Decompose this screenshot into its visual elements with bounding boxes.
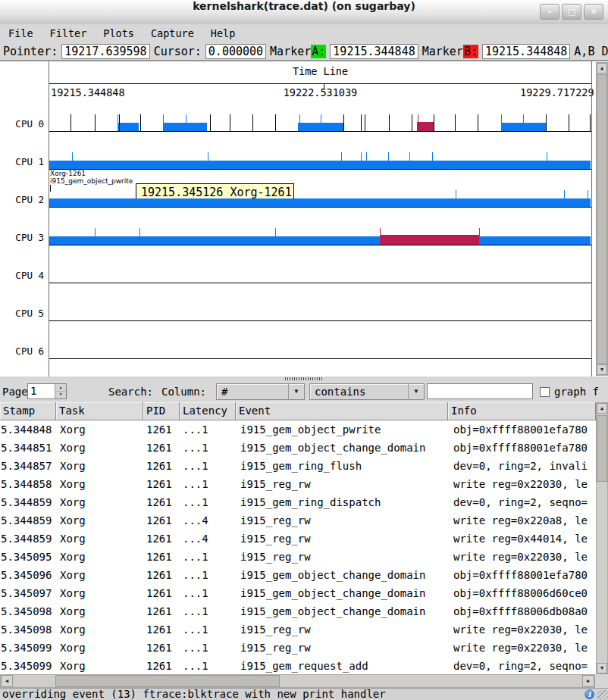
table-scroll-up-icon[interactable]: ▲	[597, 403, 607, 414]
table-scroll-down-icon[interactable]: ▼	[597, 663, 607, 673]
search-input[interactable]	[427, 383, 533, 399]
axis-label-right: 19229.717229	[520, 86, 594, 98]
column-header-stamp[interactable]: Stamp	[0, 402, 56, 420]
cell-event: i915_reg_rw	[240, 530, 450, 548]
graph-scroll-up-icon[interactable]: ▲	[597, 63, 607, 73]
page-value: 1	[30, 384, 36, 398]
column-header-pid[interactable]: PID	[143, 402, 180, 420]
cell-info: obj=0xffff88001efa780	[453, 420, 596, 439]
table-row[interactable]: 5.344857Xorg1261...1i915_gem_ring_flushd…	[0, 457, 596, 475]
plot-layer[interactable]: Time Line 19215.344848 19222.531039 1922…	[0, 61, 608, 377]
cpu-task-bar[interactable]	[49, 161, 591, 169]
operator-select[interactable]: contains ▼	[309, 383, 425, 400]
column-header-info[interactable]: Info	[448, 402, 596, 420]
table-horizontal-scrollbar[interactable]: ◀ ▶	[0, 674, 595, 688]
minimize-button[interactable]: –	[540, 4, 559, 20]
chevron-down-icon[interactable]: ▼	[408, 384, 424, 399]
event-tick	[455, 114, 456, 131]
spin-down-icon[interactable]: ▼	[55, 391, 66, 398]
page-spinbox[interactable]: 1 ▲ ▼	[27, 383, 67, 399]
event-tick	[479, 228, 480, 245]
table-row[interactable]: 5.345098Xorg1261...1i915_gem_object_chan…	[0, 602, 596, 620]
cpu-task-bar[interactable]	[49, 236, 591, 245]
cell-stamp: 5.345097	[1, 584, 57, 602]
graph-scroll-down-icon[interactable]: ▼	[597, 364, 607, 375]
marker-b-value: 19215.344848	[482, 44, 570, 59]
cell-event: i915_gem_object_change_domain	[240, 439, 450, 457]
cpu-task-bar[interactable]	[163, 123, 207, 131]
event-tick	[478, 114, 478, 131]
table-row[interactable]: 5.344851Xorg1261...1i915_gem_object_chan…	[0, 439, 596, 457]
marker-a-label: Marker	[270, 45, 311, 58]
cpu-task-bar[interactable]	[118, 123, 139, 131]
event-tick	[588, 190, 588, 207]
cell-stamp: 5.345096	[1, 566, 57, 584]
cell-task: Xorg	[60, 475, 143, 493]
timeline-graph[interactable]: Time Line 19215.344848 19222.531039 1922…	[0, 61, 608, 377]
cpu-task-bar[interactable]	[49, 198, 591, 207]
cpu-task-bar[interactable]	[417, 122, 434, 131]
title-bar[interactable]: kernelshark(trace.dat) (on sugarbay) – □…	[0, 0, 608, 25]
cell-task: Xorg	[60, 639, 143, 657]
event-tick	[365, 114, 365, 131]
menu-bar: FileFilterPlotsCaptureHelp	[0, 24, 608, 43]
ab-delta-label: A,B Delta	[574, 45, 608, 58]
table-header: StampTaskPIDLatencyEventInfo	[0, 402, 596, 420]
menu-help[interactable]: Help	[202, 24, 244, 42]
cell-event: i915_reg_rw	[240, 475, 450, 493]
table-row[interactable]: 5.344859Xorg1261...1i915_gem_ring_dispat…	[0, 493, 596, 511]
cell-stamp: 5.345099	[1, 657, 57, 674]
table-row[interactable]: 5.345096Xorg1261...1i915_gem_object_chan…	[0, 566, 596, 584]
scroll-right-icon[interactable]: ▶	[582, 675, 594, 687]
menu-filter[interactable]: Filter	[42, 24, 96, 42]
status-message: overriding event (13) ftrace:blktrace wi…	[2, 689, 386, 700]
event-tick	[71, 114, 71, 131]
window-title: kernelshark(trace.dat) (on sugarbay)	[0, 0, 608, 12]
scroll-left-icon[interactable]: ◀	[1, 675, 13, 687]
table-row[interactable]: 5.345097Xorg1261...1i915_gem_object_chan…	[0, 584, 596, 602]
table-row[interactable]: 5.344859Xorg1261...4i915_reg_rwwrite reg…	[0, 511, 596, 530]
pointer-label: Pointer:	[3, 45, 58, 58]
event-tick	[275, 114, 276, 131]
event-tick	[299, 114, 300, 131]
cell-task: Xorg	[60, 457, 143, 475]
event-tick	[546, 114, 547, 131]
table-row[interactable]: 5.344859Xorg1261...4i915_reg_rwwrite reg…	[0, 530, 596, 548]
table-row[interactable]: 5.345099Xorg1261...1i915_reg_rwwrite reg…	[0, 639, 596, 657]
event-tick	[275, 228, 276, 245]
menu-file[interactable]: File	[0, 24, 42, 42]
cell-stamp: 5.344851	[1, 439, 57, 457]
cell-info: obj=0xffff88001efa780	[453, 566, 596, 584]
column-header-task[interactable]: Task	[56, 402, 143, 420]
graph-vertical-scrollbar[interactable]: ▲ ▼	[596, 62, 608, 376]
maximize-button[interactable]: □	[562, 4, 581, 20]
table-row[interactable]: 5.345099Xorg1261...1i915_gem_request_add…	[0, 657, 596, 674]
table-row[interactable]: 5.344858Xorg1261...1i915_reg_rwwrite reg…	[0, 475, 596, 493]
cell-pid: 1261	[146, 620, 180, 639]
graph-follows-checkbox[interactable]	[540, 387, 550, 397]
menu-plots[interactable]: Plots	[95, 24, 143, 42]
page-spin-buttons: ▲ ▼	[55, 384, 66, 398]
resize-grip-icon[interactable]	[597, 690, 608, 700]
cell-stamp: 5.345098	[1, 620, 57, 639]
chevron-down-icon[interactable]: ▼	[288, 384, 304, 399]
table-row[interactable]: 5.345098Xorg1261...1i915_reg_rwwrite reg…	[0, 620, 596, 639]
info-icon[interactable]: i	[584, 689, 594, 699]
menu-capture[interactable]: Capture	[143, 24, 202, 42]
close-button[interactable]: ✕	[584, 4, 603, 20]
event-tick	[388, 152, 389, 169]
table-row[interactable]: 5.344848Xorg1261...1i915_gem_object_pwri…	[0, 420, 596, 439]
table-row[interactable]: 5.345095Xorg1261...1i915_reg_rwwrite reg…	[0, 548, 596, 566]
event-tick	[95, 228, 96, 245]
splitter-grip-icon[interactable]	[285, 377, 323, 380]
table-scroll-thumb[interactable]	[597, 415, 607, 482]
graph-scroll-thumb[interactable]	[597, 74, 607, 364]
cursor-value: 0.000000	[205, 44, 266, 59]
column-header-event[interactable]: Event	[236, 402, 448, 420]
column-header-latency[interactable]: Latency	[180, 402, 236, 420]
column-select[interactable]: # ▼	[216, 383, 305, 400]
table-vertical-scrollbar[interactable]: ▲ ▼	[596, 402, 608, 674]
horizontal-scroll-thumb[interactable]	[55, 675, 280, 687]
cell-task: Xorg	[60, 620, 143, 639]
cpu-task-bar[interactable]	[380, 235, 479, 245]
